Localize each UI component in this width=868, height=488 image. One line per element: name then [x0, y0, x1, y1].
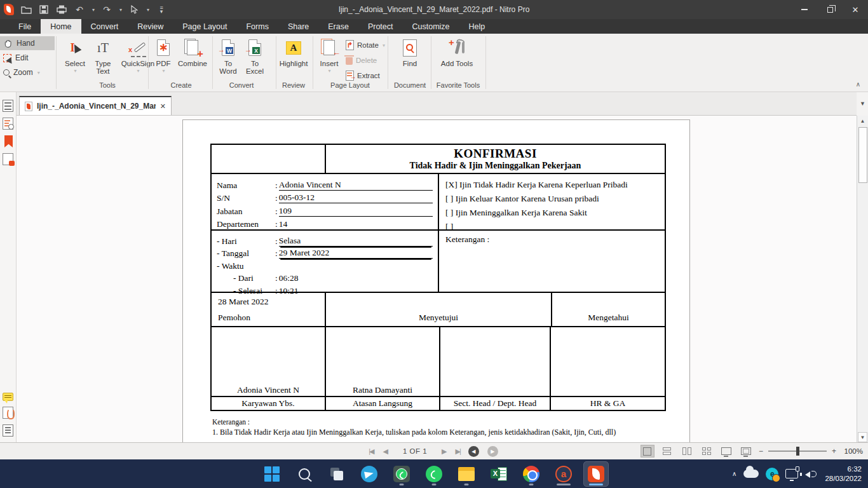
fit-width-view-button[interactable]: [739, 445, 753, 458]
view-history-back-button[interactable]: ◀: [468, 446, 479, 457]
document-viewport[interactable]: KONFIRMASI Tidak Hadir & Ijin Meninggalk…: [17, 116, 857, 442]
tray-overflow-chevron-icon[interactable]: ∧: [732, 470, 736, 477]
extract-label: Extract: [357, 72, 380, 79]
to-excel-button[interactable]: →X To Excel: [243, 37, 267, 75]
zoom-in-button[interactable]: +: [832, 447, 836, 456]
onedrive-icon[interactable]: [743, 470, 759, 478]
rotate-button[interactable]: ↱ Rotate ▾: [346, 40, 385, 50]
tab-close-icon[interactable]: ✕: [160, 102, 166, 111]
quicksign-button[interactable]: x QuickSign ▾: [118, 37, 158, 75]
save-button[interactable]: [38, 3, 50, 17]
fullscreen-view-button[interactable]: [719, 445, 733, 458]
tab-home[interactable]: Home: [41, 19, 81, 34]
tab-forms[interactable]: Forms: [236, 19, 278, 34]
find-button[interactable]: Find: [395, 37, 424, 67]
bookmarks-icon[interactable]: [4, 135, 13, 147]
facing-pages-view-button[interactable]: [680, 445, 694, 458]
insert-button[interactable]: ← Insert ▾: [316, 37, 342, 75]
select-tool-dropdown-icon[interactable]: ▾: [147, 7, 149, 13]
whatsapp-app-button[interactable]: [422, 462, 446, 486]
last-page-button[interactable]: ▶|: [456, 447, 460, 456]
first-page-button[interactable]: |◀: [370, 447, 374, 456]
footnote-title: Keterangan :: [212, 418, 616, 426]
output-pane-icon[interactable]: [3, 424, 13, 437]
tab-page-layout[interactable]: Page Layout: [173, 19, 236, 34]
tab-help[interactable]: Help: [459, 19, 495, 34]
start-button[interactable]: [260, 462, 284, 486]
open-file-button[interactable]: [20, 3, 32, 17]
extract-button[interactable]: → Extract: [346, 71, 380, 81]
tab-list-dropdown-icon[interactable]: ▼: [860, 100, 865, 107]
redo-button[interactable]: ↷: [101, 3, 112, 17]
zoom-slider-handle[interactable]: [796, 447, 799, 456]
previous-page-button[interactable]: ◀: [383, 447, 388, 456]
telegram-app-button[interactable]: [357, 462, 381, 486]
undo-button[interactable]: ↶: [74, 3, 85, 17]
undo-dropdown-icon[interactable]: ▾: [92, 7, 95, 13]
redo-dropdown-icon[interactable]: ▾: [119, 7, 122, 13]
zoom-out-button[interactable]: −: [759, 447, 763, 456]
comments-pane-icon[interactable]: [3, 393, 13, 401]
permission-options-cell: [X] Ijin Tidak Hadir Kerja Karena Keperl…: [438, 174, 665, 229]
scrollbar-thumb[interactable]: [858, 127, 867, 183]
file-explorer-button[interactable]: [454, 462, 478, 486]
pdf-label: PDF: [156, 60, 171, 67]
type-text-button[interactable]: ıT Type Text: [90, 37, 116, 75]
quicksign-dropdown-icon: ▾: [137, 67, 139, 75]
view-history-forward-button[interactable]: ▶: [487, 446, 498, 457]
customize-qat-button[interactable]: ≡▾: [156, 3, 167, 17]
whatsapp-desktop-button[interactable]: [390, 462, 414, 486]
nitro-pro-taskbar-button[interactable]: [584, 462, 608, 486]
tab-protect[interactable]: Protect: [358, 19, 403, 34]
collapse-ribbon-button[interactable]: ∧: [856, 81, 860, 88]
volume-icon[interactable]: [805, 469, 818, 479]
select-button[interactable]: I Select ▾: [60, 37, 90, 75]
tab-file[interactable]: File: [9, 19, 41, 34]
group-separator: [276, 36, 276, 89]
a-app-button[interactable]: a: [552, 462, 576, 486]
chrome-app-button[interactable]: [519, 462, 543, 486]
quicksign-label: QuickSign: [121, 60, 154, 67]
print-button[interactable]: [56, 3, 67, 17]
antivirus-icon[interactable]: e: [766, 468, 778, 480]
taskbar-clock[interactable]: 6:32 28/03/2022: [825, 464, 864, 484]
tab-customize[interactable]: Customize: [403, 19, 459, 34]
option-unchecked: [ ] Ijin Keluar Kantor Karena Urusan pri…: [445, 192, 660, 206]
zoom-slider[interactable]: [768, 451, 827, 452]
hand-tool-button[interactable]: Hand: [0, 36, 55, 50]
search-icon: [299, 468, 310, 480]
pdf-button[interactable]: ∗ PDF ▾: [153, 37, 174, 75]
a-app-icon: a: [555, 466, 572, 482]
document-tab[interactable]: Ijin_-_Adonia_Vincent_N_29_Maret_... ✕: [19, 96, 172, 115]
attachments-pane-icon[interactable]: [3, 407, 13, 419]
continuous-view-button[interactable]: [660, 445, 674, 458]
edit-tool-button[interactable]: Edit: [0, 51, 55, 65]
page-thumbnails-icon[interactable]: [3, 100, 13, 112]
security-icon[interactable]: [3, 153, 13, 165]
tab-review[interactable]: Review: [128, 19, 173, 34]
excel-app-button[interactable]: X: [487, 462, 511, 486]
highlight-button[interactable]: A Highlight: [277, 37, 310, 67]
zoom-tool-button[interactable]: Zoom ▾: [0, 65, 55, 79]
vertical-scrollbar[interactable]: ▲ ▼: [857, 116, 868, 442]
tab-convert[interactable]: Convert: [81, 19, 128, 34]
scroll-down-button[interactable]: ▼: [858, 432, 867, 442]
restore-button[interactable]: [817, 0, 843, 19]
tab-share[interactable]: Share: [278, 19, 318, 34]
single-page-view-button[interactable]: [641, 445, 654, 458]
combine-button[interactable]: + Combine: [175, 37, 210, 67]
taskbar-search-button[interactable]: [292, 462, 316, 486]
close-button[interactable]: ✕: [843, 0, 868, 19]
search-pane-icon[interactable]: [3, 118, 13, 130]
add-tools-button[interactable]: + Add Tools: [440, 37, 474, 67]
grid-view-button[interactable]: [700, 445, 714, 458]
to-word-button[interactable]: →W To Word: [216, 37, 240, 75]
form-logo-cell: [212, 145, 325, 173]
scroll-up-button[interactable]: ▲: [858, 116, 867, 126]
next-page-button[interactable]: ▶: [442, 447, 447, 456]
select-tool-quick-button[interactable]: [128, 3, 140, 17]
network-icon[interactable]: [785, 469, 798, 478]
minimize-button[interactable]: [792, 0, 817, 19]
tab-erase[interactable]: Erase: [318, 19, 358, 34]
task-view-button[interactable]: [325, 462, 349, 486]
